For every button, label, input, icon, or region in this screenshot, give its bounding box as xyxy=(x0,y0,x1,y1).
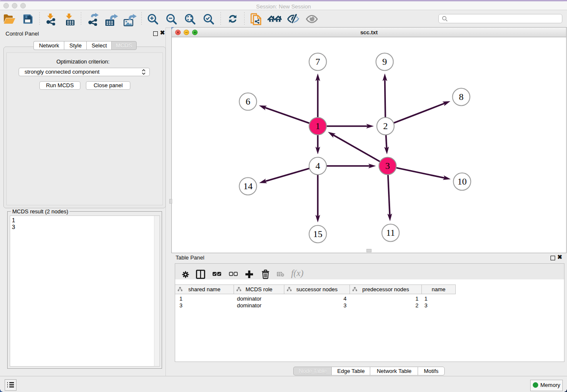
svg-text:2: 2 xyxy=(383,121,388,131)
svg-text:4: 4 xyxy=(316,160,320,171)
svg-text:6: 6 xyxy=(246,96,250,107)
svg-text:3: 3 xyxy=(385,160,390,171)
svg-text:15: 15 xyxy=(313,229,322,239)
svg-text:10: 10 xyxy=(457,176,467,187)
svg-text:1: 1 xyxy=(316,121,320,131)
svg-text:8: 8 xyxy=(459,91,464,102)
svg-text:14: 14 xyxy=(243,181,253,191)
svg-text:7: 7 xyxy=(316,56,320,67)
svg-text:9: 9 xyxy=(383,56,387,67)
svg-text:11: 11 xyxy=(386,227,395,238)
